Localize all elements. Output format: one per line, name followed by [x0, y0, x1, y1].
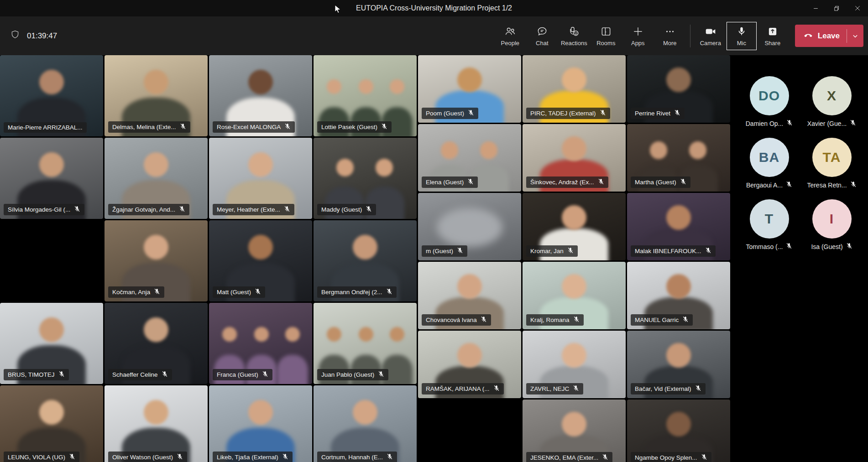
video-tile[interactable]: Likeb, Tjaša (External)	[209, 385, 312, 462]
participant-name-label: Franca (Guest)	[213, 369, 272, 380]
leave-options-chevron[interactable]	[847, 25, 863, 47]
participant-name-label: Martha (Guest)	[631, 176, 690, 188]
video-tile[interactable]: ZAVRL, NEJC	[523, 331, 626, 398]
restore-button[interactable]	[826, 0, 847, 16]
participant-name-label: MANUEL Garric	[631, 314, 693, 326]
avatar-initials: X	[812, 76, 852, 115]
participant-avatar[interactable]: BABergaoui A...	[738, 138, 800, 189]
mic-off-icon	[366, 206, 372, 213]
video-tile[interactable]: LEUNG, VIOLA (UG)	[0, 385, 103, 462]
avatar-initials: DO	[750, 76, 789, 115]
participant-name-label: LEUNG, VIOLA (UG)	[4, 452, 79, 462]
chat-label: Chat	[536, 40, 548, 47]
participant-name-label: Cortnum, Hannah (E...	[317, 452, 397, 462]
participant-avatar[interactable]: XXavier (Gue...	[800, 76, 863, 127]
more-label: More	[663, 40, 677, 47]
video-tile[interactable]	[0, 220, 103, 301]
participant-avatar[interactable]: IIsa (Guest)	[800, 199, 863, 250]
video-tile[interactable]: JESENKO, EMA (Exter...	[523, 400, 626, 462]
mic-off-icon	[284, 123, 291, 131]
timer-value: 01:39:47	[27, 31, 57, 41]
mic-off-icon	[177, 453, 183, 461]
video-tile[interactable]: Chovancová Ivana	[418, 262, 521, 329]
participant-avatar[interactable]: TTommaso (...	[738, 199, 800, 250]
audio-participants-panel: DODamien Op...XXavier (Gue...BABergaoui …	[732, 55, 868, 462]
video-tile[interactable]: Šinkovec, Andraž (Ex...	[523, 124, 626, 192]
mic-off-icon	[179, 206, 185, 213]
mic-off-icon	[262, 371, 268, 379]
mic-off-icon	[701, 454, 707, 462]
video-tile[interactable]	[418, 400, 521, 462]
video-tile[interactable]: Marie-Pierre ARRIZABAL...	[0, 55, 103, 136]
participant-name-label: Chovancová Ivana	[422, 314, 491, 326]
participant-name-label: Xavier (Gue...	[807, 120, 847, 127]
video-tile[interactable]: Martha (Guest)	[627, 124, 730, 192]
shield-icon	[10, 30, 20, 42]
camera-button[interactable]: Camera	[695, 22, 727, 50]
mic-off-icon	[467, 178, 474, 186]
participant-name-label: Bergmann Ondřej (2...	[317, 286, 397, 298]
video-tile[interactable]: Sílvia Morgades-Gil (...	[0, 138, 103, 219]
meeting-timer: 01:39:47	[10, 30, 57, 42]
video-tile[interactable]: RAMŠAK, ARIJANA (...	[418, 331, 521, 398]
toolbar-buttons: PeopleChatReactionsRoomsAppsMore CameraM…	[494, 16, 863, 55]
participant-name-label: Poom (Guest)	[422, 108, 478, 119]
video-tile[interactable]: Poom (Guest)	[418, 55, 521, 123]
mic-off-icon	[154, 288, 160, 296]
video-tile[interactable]: Maddy (Guest)	[314, 138, 417, 219]
video-tile[interactable]: Kočman, Anja	[105, 220, 208, 301]
video-tile[interactable]: Malak IBNELFAROUK...	[627, 193, 730, 260]
leave-button[interactable]: Leave	[795, 25, 863, 47]
rooms-button[interactable]: Rooms	[590, 22, 622, 50]
minimize-button[interactable]	[805, 0, 826, 16]
participant-name-label: Kočman, Anja	[108, 286, 164, 298]
video-tile[interactable]: Cortnum, Hannah (E...	[314, 385, 417, 462]
video-tile[interactable]: Kralj, Romana	[523, 262, 626, 329]
people-button[interactable]: People	[494, 22, 526, 50]
mic-off-icon	[850, 181, 857, 189]
mouse-cursor	[335, 5, 342, 16]
video-tile[interactable]: Juan Pablo (Guest)	[314, 303, 417, 384]
video-tile[interactable]: Meyer, Heather (Exte...	[209, 138, 312, 219]
mic-off-icon	[69, 453, 75, 461]
video-tile[interactable]: Bačar, Vid (External)	[627, 331, 730, 398]
teams-meeting-window: { "window": { "title": "EUTOPIA Cross-Un…	[0, 0, 868, 462]
video-tile[interactable]: Bergmann Ondřej (2...	[314, 220, 417, 301]
video-tile[interactable]: Matt (Guest)	[209, 220, 312, 301]
video-tile[interactable]: Schaeffer Celine	[105, 303, 208, 384]
participant-name-label: Bačar, Vid (External)	[631, 383, 706, 395]
chat-button[interactable]: Chat	[526, 22, 558, 50]
video-tile[interactable]: Franca (Guest)	[209, 303, 312, 384]
reactions-button[interactable]: Reactions	[558, 22, 590, 50]
video-tile[interactable]: m (Guest)	[418, 193, 521, 260]
mic-off-icon	[786, 119, 793, 127]
video-tile[interactable]: Lottie Pasek (Guest)	[314, 55, 417, 136]
apps-button[interactable]: Apps	[622, 22, 654, 50]
video-tile[interactable]: BRUS, TIMOTEJ	[0, 303, 103, 384]
participant-name-label: JESENKO, EMA (Exter...	[526, 452, 612, 462]
video-tile[interactable]: PIRC, TADEJ (External)	[523, 55, 626, 123]
participant-name-label: Meyer, Heather (Exte...	[213, 204, 294, 215]
video-tile[interactable]: Oliver Watson (Guest)	[105, 385, 208, 462]
avatar-grid: DODamien Op...XXavier (Gue...BABergaoui …	[732, 55, 868, 250]
mic-button[interactable]: Mic	[727, 22, 757, 50]
participant-avatar[interactable]: DODamien Op...	[738, 76, 800, 127]
participant-name-label: Damien Op...	[746, 120, 783, 127]
participant-avatar[interactable]: TATeresa Retn...	[800, 138, 863, 189]
share-button[interactable]: Share	[757, 22, 789, 50]
mic-off-icon	[58, 371, 65, 379]
video-tile[interactable]: Ngambe Opoy Splen...	[627, 400, 730, 462]
video-tile[interactable]: Rose-Excel MALONGA	[209, 55, 312, 136]
video-tile[interactable]: Kromar, Jan	[523, 193, 626, 260]
participant-name-label: RAMŠAK, ARIJANA (...	[422, 383, 504, 395]
video-tile[interactable]: Delmas, Melina (Exte...	[105, 55, 208, 136]
more-button[interactable]: More	[654, 22, 686, 50]
video-tile[interactable]: Perrine Rivet	[627, 55, 730, 123]
close-button[interactable]	[847, 0, 868, 16]
mic-off-icon	[695, 385, 701, 393]
video-tile[interactable]: Žgajnar Gotvajn, And...	[105, 138, 208, 219]
apps-label: Apps	[631, 40, 645, 47]
video-tile[interactable]: MANUEL Garric	[627, 262, 730, 329]
video-tile[interactable]: Elena (Guest)	[418, 124, 521, 192]
mic-off-icon	[786, 181, 792, 189]
